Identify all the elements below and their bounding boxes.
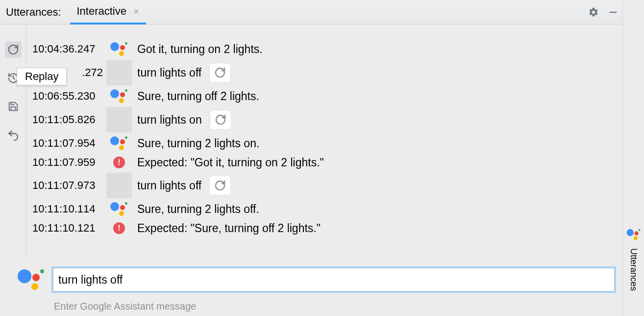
assistant-icon-slot [105,134,133,152]
error-icon: ! [105,222,133,234]
error-message: Expected: "Sure, turning off 2 lights." [133,222,321,235]
side-tab-utterances[interactable]: Utterances [625,226,643,291]
user-avatar-placeholder [106,60,132,85]
replay-utterance-button[interactable] [209,63,231,82]
replay-utterance-button[interactable] [209,176,231,195]
assistant-message: Sure, turning off 2 lights. [133,90,259,103]
log-row: 10:11:07.973turn lights off [32,172,618,199]
assistant-message: Sure, turning 2 lights on. [133,137,259,150]
assistant-message: Sure, turning 2 lights off. [133,203,259,216]
log-row: 10:06:55.230Sure, turning off 2 lights. [32,86,618,106]
log-row: 10:11:10.121!Expected: "Sure, turning of… [32,219,618,237]
error-message: Expected: "Got it, turning on 2 lights." [133,156,324,169]
user-avatar-placeholder [106,107,132,132]
assistant-icon [110,40,128,58]
assistant-icon [110,87,128,105]
user-avatar-placeholder [106,173,132,198]
log-row: 10:11:07.959!Expected: "Got it, turning … [32,153,618,172]
undo-button[interactable] [5,127,22,143]
timestamp: 10:11:07.954 [32,137,105,150]
tab-interactive[interactable]: Interactive × [70,0,146,25]
timestamp: 10:11:07.973 [32,179,105,192]
side-tab-label: Utterances [628,248,639,291]
assistant-icon [110,134,128,152]
tab-bar: Utterances: Interactive × [0,0,622,25]
input-hint: Enter Google Assistant message [18,293,615,312]
input-area: Enter Google Assistant message [0,257,622,316]
side-tab: Utterances [622,0,644,316]
user-avatar [105,173,133,198]
exclamation-icon: ! [113,157,125,168]
minimize-icon[interactable] [607,6,619,19]
timestamp: 10:11:07.959 [32,156,105,169]
log-row: 10:11:05.826turn lights on [32,106,618,133]
assistant-icon [626,228,641,242]
utterance-log: 10:04:36.247Got it, turning on 2 lights.… [26,25,622,257]
gear-icon[interactable] [587,6,600,19]
exclamation-icon: ! [113,222,125,234]
user-message: turn lights on [133,113,202,127]
timestamp: 10:06:55.230 [32,90,105,103]
assistant-icon-slot [105,87,133,105]
left-toolbar: Replay [0,25,26,257]
assistant-icon-slot [105,40,133,58]
replay-tooltip: Replay [17,68,67,85]
log-row: 10:11:07.954Sure, turning 2 lights on. [32,133,618,153]
replay-utterance-button[interactable] [210,110,231,130]
user-message: turn lights off [133,66,201,79]
timestamp: 10:04:36.247 [32,43,105,55]
user-message: turn lights off [133,179,201,192]
timestamp: 10:11:10.121 [32,222,105,235]
log-row: 10:11:10.114Sure, turning 2 lights off. [32,199,618,219]
assistant-icon [110,200,128,218]
replay-all-button[interactable] [5,41,22,58]
assistant-message: Got it, turning on 2 lights. [133,43,263,56]
timestamp: 10:11:05.826 [32,113,105,126]
tab-label: Interactive [77,5,127,18]
save-button[interactable] [5,98,22,115]
error-icon: ! [105,157,133,168]
log-row: .272turn lights off [32,59,618,86]
user-avatar [105,60,133,85]
message-input[interactable] [53,268,615,291]
close-icon[interactable]: × [133,6,139,17]
user-avatar [105,107,133,132]
log-row: 10:04:36.247Got it, turning on 2 lights. [32,39,618,59]
panel-title: Utterances: [3,6,70,19]
timestamp: 10:11:10.114 [32,203,105,215]
assistant-icon-slot [105,200,133,218]
assistant-icon [18,266,44,293]
